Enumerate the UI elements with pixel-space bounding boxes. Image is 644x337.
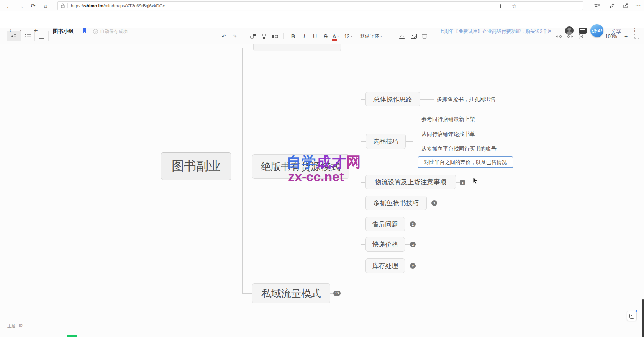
progress-sliver (67, 335, 77, 337)
collapsed-count-badge[interactable]: 13 (333, 291, 341, 296)
mindmap-node-shouhou[interactable]: 售后问题 (365, 217, 405, 231)
connector (405, 266, 410, 266)
connector (243, 167, 252, 167)
view-switcher (7, 31, 48, 41)
collapse-all-icon[interactable] (554, 31, 564, 41)
connector (405, 244, 410, 245)
redo-icon[interactable]: ↷ (230, 31, 239, 41)
font-family-dropdown[interactable]: 默认字体▾ (360, 31, 382, 41)
header-more-icon[interactable]: ⋮ (632, 27, 637, 33)
share-icon[interactable] (621, 2, 630, 10)
collapsed-count-badge[interactable]: 3 (431, 200, 437, 206)
comments-icon[interactable] (579, 28, 587, 34)
collapsed-count-badge[interactable]: 3 (460, 180, 465, 185)
add-parent-node-icon[interactable] (270, 31, 279, 41)
connector-trunk (242, 48, 243, 294)
user-avatar[interactable] (565, 26, 574, 35)
connector (413, 149, 418, 149)
toolbar-divider (283, 33, 284, 39)
browser-forward-icon[interactable]: → (17, 2, 25, 10)
mindmap-node-kuaidi[interactable]: 快递价格 (365, 237, 405, 252)
bookmark-icon[interactable] (82, 28, 87, 33)
connector (413, 134, 418, 134)
mindmap-node-duozhuayu[interactable]: 多抓鱼抢书技巧 (365, 196, 427, 210)
mindmap-leaf[interactable]: 从同行店铺评论找书单 (421, 131, 475, 138)
minimap-toggle-button[interactable] (627, 311, 637, 321)
mindmap-root-node[interactable]: 图书副业 (161, 152, 231, 180)
document-title[interactable]: 图书小组 (53, 28, 74, 35)
mindmap-node-wuliu[interactable]: 物流设置及上货注意事项 (365, 175, 456, 189)
bold-button[interactable]: B (288, 31, 298, 41)
scrollbar-thumb[interactable] (642, 299, 644, 337)
strikethrough-button[interactable]: S (321, 31, 330, 41)
mindmap-leaf[interactable]: 从多抓鱼平台找同行买书的账号 (421, 146, 497, 152)
browser-refresh-icon[interactable]: ⟳ (29, 2, 38, 10)
doc-back-icon[interactable]: ‹ (9, 27, 11, 34)
topic-count-value: 62 (19, 323, 23, 329)
web-note-pen-icon[interactable] (608, 2, 616, 10)
lock-icon (61, 3, 65, 8)
mindmap-node-clipped[interactable] (253, 44, 341, 51)
caret-down-icon: ▾ (380, 34, 382, 38)
mindmap-node-zongti[interactable]: 总体操作思路 (365, 92, 420, 106)
outline-view-button[interactable] (21, 31, 35, 41)
connector (231, 167, 243, 167)
toolbar-divider (590, 33, 590, 39)
shimo-mindmap-window: ← → ⟳ ⌂ https://shimo.im/mindmaps/XT3c69… (0, 0, 644, 337)
connector (361, 266, 365, 266)
browser-home-icon[interactable]: ⌂ (41, 2, 50, 10)
font-color-button[interactable]: A▾ (331, 31, 340, 41)
favorites-hub-icon[interactable] (593, 2, 601, 10)
new-document-icon[interactable]: + (34, 27, 38, 35)
mindmap-node-siyu[interactable]: 私域流量模式 (252, 283, 330, 303)
collapsed-count-badge[interactable]: 2 (410, 242, 416, 247)
connector (361, 203, 365, 203)
autosave-check-icon (93, 29, 98, 34)
connector (361, 99, 365, 100)
insert-image-icon[interactable] (409, 31, 418, 41)
caret-down-icon: ▾ (337, 34, 339, 38)
italic-button[interactable]: I (300, 31, 309, 41)
collapsed-count-badge[interactable]: 2 (410, 221, 416, 227)
connector (243, 293, 252, 294)
share-button[interactable]: 分享 (611, 28, 621, 35)
favorite-star-icon[interactable]: ☆ (511, 3, 518, 9)
undo-icon[interactable]: ↶ (219, 31, 228, 41)
connector (361, 244, 365, 245)
collapsed-count-badge[interactable]: 2 (410, 263, 416, 269)
underline-button[interactable]: U (310, 31, 320, 41)
mindmap-node-kucun[interactable]: 库存处理 (365, 258, 405, 273)
browser-toolbar: ← → ⟳ ⌂ https://shimo.im/mindmaps/XT3c69… (0, 0, 644, 11)
connector (420, 99, 434, 100)
mindmap-leaf[interactable]: 参考同行店铺最新上架 (421, 116, 475, 123)
mindmap-leaf[interactable]: 多抓鱼抢书，挂孔网出售 (437, 96, 496, 103)
promo-banner-link[interactable]: 七周年【免费试用】企业高级付费功能，购买送3个月 (439, 28, 552, 35)
browser-more-icon[interactable]: ⋯ (634, 2, 642, 10)
minimap-icon (629, 314, 634, 319)
connector (406, 141, 413, 142)
mindmap-canvas[interactable]: 图书副业 绝版书有货源模式 私域流量模式 13 总体操作思路 多抓鱼抢书，挂孔网… (0, 44, 644, 337)
add-child-node-icon[interactable] (259, 31, 269, 41)
reading-view-icon[interactable] (499, 3, 506, 9)
delete-node-icon[interactable] (420, 31, 429, 41)
browser-back-icon[interactable]: ← (5, 2, 13, 10)
url-text: https://shimo.im/mindmaps/XT3c69rBqj6xkD… (71, 3, 165, 8)
topic-count-label: 主题 (7, 323, 16, 329)
watermark-url: zx-cc.net (288, 169, 344, 184)
zoom-in-button[interactable]: + (621, 31, 631, 41)
address-bar[interactable]: https://shimo.im/mindmaps/XT3c69rBqj6xkD… (57, 1, 583, 10)
font-size-dropdown[interactable]: 12▾ (344, 31, 353, 41)
connector (361, 141, 366, 142)
insert-relation-icon[interactable] (397, 31, 406, 41)
doc-back-caret-icon[interactable]: ▾ (20, 29, 21, 32)
autosave-status: 自动保存成功 (93, 28, 128, 35)
connector (361, 224, 365, 224)
address-bar-divider (67, 3, 68, 8)
add-sibling-node-icon[interactable] (248, 31, 257, 41)
mindmap-node-selected[interactable]: 对比平台之间的差价，以及已售情况 (418, 156, 513, 168)
connector (405, 224, 410, 224)
mindmap-node-xuanpin[interactable]: 选品技巧 (366, 134, 406, 149)
toolbar-divider (393, 33, 393, 39)
caret-down-icon: ▾ (351, 34, 352, 38)
connector (427, 203, 431, 203)
